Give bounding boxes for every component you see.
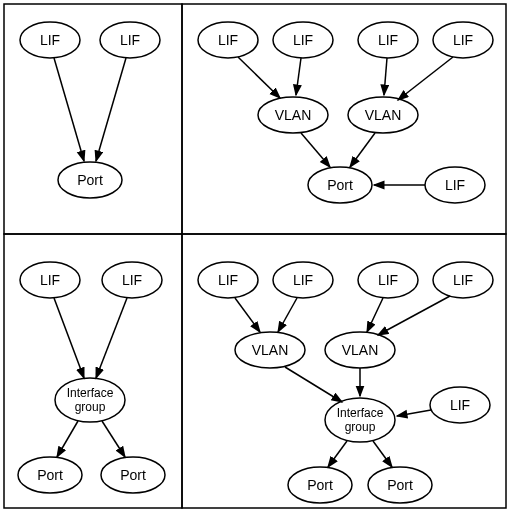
edge [54,298,84,378]
node-label: Port [327,177,353,193]
edge [57,421,78,457]
node-lif: LIF [198,22,258,58]
node-interface-group: Interface group [55,378,125,422]
node-label: Port [120,467,146,483]
node-lif: LIF [358,22,418,58]
node-label: group [75,400,106,414]
panel-top-right-content: LIF LIF LIF LIF VLAN VLAN Port LIF [198,22,493,203]
edge [238,57,280,98]
node-label: Port [37,467,63,483]
panel-top-left-content: LIF LIF Port [20,22,160,198]
node-label: group [345,420,376,434]
node-label: LIF [378,272,398,288]
edge [373,441,392,467]
network-hierarchy-diagram: LIF LIF Port LIF LIF LIF LIF [0,0,510,512]
node-label: LIF [453,32,473,48]
node-port: Port [308,167,372,203]
node-label: LIF [378,32,398,48]
node-port: Port [18,457,82,493]
edge [296,58,301,95]
node-lif: LIF [430,387,490,423]
node-lif: LIF [273,22,333,58]
edge [235,298,260,332]
panel-bottom-left-content: LIF LIF Interface group Port Port [18,262,165,493]
node-label: LIF [450,397,470,413]
edge [384,58,387,95]
panel-bottom-right-content: LIF LIF LIF LIF VLAN VLAN Interface grou… [198,262,493,503]
node-label: LIF [453,272,473,288]
node-interface-group: Interface group [325,398,395,442]
edge [54,58,84,161]
edge [367,298,383,332]
edge [378,296,450,335]
node-label: VLAN [342,342,379,358]
node-port: Port [58,162,122,198]
edge [278,298,297,332]
node-lif: LIF [433,262,493,298]
node-label: LIF [445,177,465,193]
node-label: LIF [122,272,142,288]
node-label: Port [387,477,413,493]
node-lif: LIF [198,262,258,298]
edge [301,133,330,167]
node-lif: LIF [433,22,493,58]
edge [96,298,127,378]
node-vlan: VLAN [258,97,328,133]
node-lif: LIF [100,22,160,58]
node-label: VLAN [275,107,312,123]
node-lif: LIF [358,262,418,298]
edge [397,410,431,416]
node-lif: LIF [425,167,485,203]
edge [102,421,125,457]
node-vlan: VLAN [325,332,395,368]
node-label: LIF [293,272,313,288]
edge [328,441,347,467]
node-vlan: VLAN [235,332,305,368]
node-lif: LIF [273,262,333,298]
edge [350,133,375,167]
node-port: Port [101,457,165,493]
node-vlan: VLAN [348,97,418,133]
node-port: Port [288,467,352,503]
node-lif: LIF [20,262,80,298]
node-label: Interface [67,386,114,400]
node-label: LIF [120,32,140,48]
edge [96,58,126,161]
node-label: LIF [40,32,60,48]
node-label: Port [307,477,333,493]
edge [285,367,342,402]
node-label: LIF [218,32,238,48]
node-label: VLAN [365,107,402,123]
node-lif: LIF [102,262,162,298]
node-label: LIF [40,272,60,288]
node-label: LIF [293,32,313,48]
edge [398,57,453,100]
node-label: LIF [218,272,238,288]
node-label: Interface [337,406,384,420]
node-port: Port [368,467,432,503]
node-label: VLAN [252,342,289,358]
node-label: Port [77,172,103,188]
node-lif: LIF [20,22,80,58]
